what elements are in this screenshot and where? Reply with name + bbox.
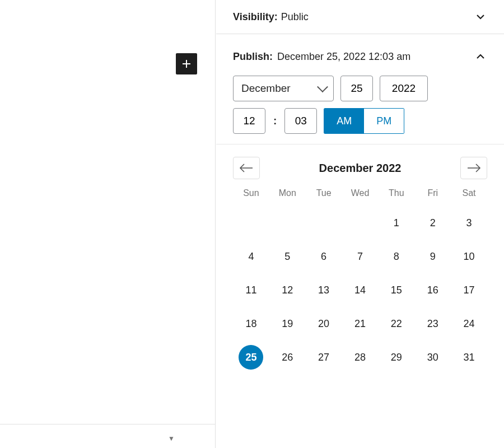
chevron-down-icon <box>474 10 487 24</box>
calendar-day[interactable]: 17 <box>457 278 482 302</box>
calendar-day[interactable]: 31 <box>457 345 482 370</box>
calendar-day[interactable]: 6 <box>311 244 336 269</box>
calendar-day[interactable]: 27 <box>311 345 336 370</box>
calendar-day[interactable]: 26 <box>275 345 300 370</box>
calendar-day[interactable]: 20 <box>311 311 336 336</box>
publish-datetime-display: December 25, 2022 12:03 am <box>277 50 410 63</box>
calendar-day[interactable]: 2 <box>421 211 445 235</box>
editor-canvas: ▼ <box>0 0 216 448</box>
visibility-label: Visibility: <box>233 11 278 23</box>
calendar-day[interactable]: 1 <box>384 211 409 235</box>
calendar-weekday: Wed <box>342 188 379 202</box>
calendar-weekday: Fri <box>414 188 451 202</box>
calendar-day[interactable]: 16 <box>421 278 445 302</box>
publish-label-group: Publish: December 25, 2022 12:03 am <box>233 50 474 63</box>
calendar-day[interactable]: 30 <box>421 345 445 370</box>
calendar-empty-cell <box>275 211 300 235</box>
hour-input[interactable] <box>233 108 265 134</box>
day-input[interactable] <box>340 76 373 101</box>
settings-sidebar: Visibility: Public Publish: December 25,… <box>216 0 504 448</box>
date-row: December <box>233 76 487 101</box>
calendar-day[interactable]: 29 <box>384 345 409 370</box>
arrow-left-icon <box>239 163 254 173</box>
calendar-weekday: Tue <box>306 188 342 202</box>
month-select[interactable]: December <box>233 76 334 101</box>
calendar-day[interactable]: 12 <box>275 278 300 302</box>
calendar-day[interactable]: 7 <box>348 244 372 269</box>
calendar-weekday: Sun <box>233 188 269 202</box>
calendar-day[interactable]: 5 <box>275 244 300 269</box>
calendar-weekday: Thu <box>378 188 414 202</box>
calendar-day[interactable]: 9 <box>421 244 445 269</box>
month-select-value: December <box>241 82 291 95</box>
visibility-panel-toggle[interactable]: Visibility: Public <box>216 0 504 34</box>
arrow-right-icon <box>466 163 481 173</box>
calendar-empty-cell <box>348 211 372 235</box>
calendar-grid: SunMonTueWedThuFriSat1234567891011121314… <box>233 188 487 370</box>
calendar-day[interactable]: 24 <box>457 311 482 336</box>
calendar-day[interactable]: 22 <box>384 311 409 336</box>
time-row: : AM PM <box>233 108 487 134</box>
add-block-button[interactable] <box>176 53 197 74</box>
calendar-nav: December 2022 <box>233 157 487 179</box>
calendar-day[interactable]: 14 <box>348 278 372 302</box>
prev-month-button[interactable] <box>233 157 260 179</box>
publish-panel-toggle[interactable]: Publish: December 25, 2022 12:03 am <box>216 34 504 70</box>
calendar-title: December 2022 <box>319 162 402 175</box>
calendar: December 2022 SunMonTueWedThuFriSat12345… <box>216 144 504 375</box>
calendar-empty-cell <box>239 211 263 235</box>
next-month-button[interactable] <box>460 157 487 179</box>
calendar-day[interactable]: 21 <box>348 311 372 336</box>
pm-button[interactable]: PM <box>364 109 404 133</box>
calendar-weekday: Mon <box>269 188 306 202</box>
calendar-day[interactable]: 28 <box>348 345 372 370</box>
year-input[interactable] <box>380 76 428 101</box>
divider <box>0 424 216 424</box>
datetime-controls: December : AM PM <box>216 70 504 144</box>
time-colon: : <box>272 115 278 127</box>
calendar-weekday: Sat <box>451 188 487 202</box>
chevron-up-icon <box>474 50 487 63</box>
am-button[interactable]: AM <box>324 109 364 133</box>
plus-icon <box>180 57 193 71</box>
calendar-day[interactable]: 15 <box>384 278 409 302</box>
calendar-day[interactable]: 3 <box>457 211 482 235</box>
calendar-day[interactable]: 18 <box>239 311 263 336</box>
calendar-day[interactable]: 19 <box>275 311 300 336</box>
calendar-day[interactable]: 8 <box>384 244 409 269</box>
minute-input[interactable] <box>284 108 317 134</box>
publish-label: Publish: <box>233 50 273 63</box>
calendar-day[interactable]: 25 <box>239 345 263 370</box>
caret-down-icon[interactable]: ▼ <box>168 435 175 442</box>
calendar-day[interactable]: 23 <box>421 311 445 336</box>
calendar-day[interactable]: 13 <box>311 278 336 302</box>
calendar-day[interactable]: 10 <box>457 244 482 269</box>
calendar-empty-cell <box>311 211 336 235</box>
visibility-label-group: Visibility: Public <box>233 11 309 23</box>
visibility-value: Public <box>281 11 309 23</box>
calendar-day[interactable]: 4 <box>239 244 263 269</box>
ampm-toggle: AM PM <box>324 108 404 134</box>
calendar-day[interactable]: 11 <box>239 278 263 302</box>
